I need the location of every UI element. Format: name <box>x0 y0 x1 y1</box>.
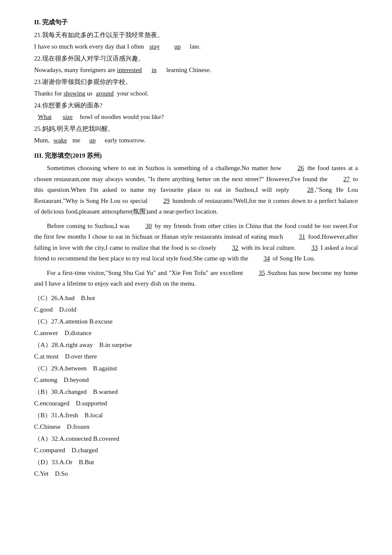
answer-27-cd: C.answer D.distance <box>34 328 358 339</box>
blank-27: 27 <box>329 174 351 185</box>
answer-31-cd: C.Chinese D.frozen <box>34 422 358 433</box>
section-2-title: II. 完成句子 <box>34 17 358 28</box>
paragraph-1: Sometimes choosing where to eat in Suzho… <box>34 163 358 217</box>
answer-30: （B）30.A.changed B.warned <box>34 387 358 398</box>
blank-28: 28 <box>293 185 314 196</box>
answer-33: （D）33.A.Or B.But <box>34 457 358 468</box>
sentence-23-en: Thanks for showing us around your school… <box>34 88 358 99</box>
answer-33-cd: C.Yet D.So <box>34 468 358 480</box>
blank-24b: size <box>57 112 78 123</box>
blank-22a: interested <box>117 65 142 76</box>
blank-34: 34 <box>250 253 271 264</box>
blank-21a: stay <box>144 41 165 52</box>
answer-30-cd: C.encouraged D.supported <box>34 398 358 409</box>
blank-35: 35 <box>245 268 266 279</box>
answer-32: （A）32.A.connected B.covered <box>34 434 358 445</box>
sentence-23-cn: 23.谢谢你带领我们参观你的学校。 <box>34 77 358 88</box>
section-2: II. 完成句子 21.我每天有如此多的工作以至于我经常熬夜。 I have s… <box>34 17 358 146</box>
sentence-21-en: I have so much work every day that I oft… <box>34 41 358 52</box>
blank-23a: showing <box>63 88 85 99</box>
answer-27: （C）27.A.attention B.excuse <box>34 316 358 327</box>
blank-22b: in <box>144 65 165 76</box>
paragraph-2: Before coming to Suzhou,I was 30 by my f… <box>34 221 358 264</box>
sentence-25-cn: 25.妈妈,明天早点把我叫醒。 <box>34 124 358 135</box>
section-3: III. 完形填空(2019 苏州) Sometimes choosing wh… <box>34 150 358 480</box>
answer-32-cd: C.compared D.charged <box>34 445 358 456</box>
answer-26-cd: C.good D.cold <box>34 304 358 315</box>
blank-25a: wake <box>49 135 71 146</box>
section-3-title: III. 完形填空(2019 苏州) <box>34 150 358 162</box>
answer-31: （B）31.A.fresh B.local <box>34 410 358 421</box>
sentence-24-en: What size bowl of noodles would you like… <box>34 112 358 123</box>
answer-29-cd: C.among D.beyond <box>34 375 358 386</box>
sentence-24-cn: 24.你想要多大碗的面条? <box>34 100 358 111</box>
paragraph-3: For a first-time visitor,"Song Shu Gui Y… <box>34 268 358 289</box>
sentence-21-cn: 21.我每天有如此多的工作以至于我经常熬夜。 <box>34 30 358 41</box>
answer-26: （C）26.A.bad B.hot <box>34 293 358 304</box>
answer-28: （A）28.A.right away B.in surprise <box>34 340 358 351</box>
blank-26: 26 <box>284 163 305 174</box>
sentence-25-en: Mum,wake me up early tomorrow. <box>34 135 358 146</box>
blank-24a: What <box>34 112 55 123</box>
sentence-22-en: Nowadays, many foreigners are interested… <box>34 65 358 76</box>
blank-23b: around <box>94 88 115 99</box>
blank-25b: up <box>82 135 103 146</box>
blank-32: 32 <box>218 243 239 254</box>
blank-29: 29 <box>150 196 171 207</box>
blank-31: 31 <box>285 231 306 243</box>
answer-29: （C）29.A.between B.against <box>34 363 358 374</box>
page-content: II. 完成句子 21.我每天有如此多的工作以至于我经常熬夜。 I have s… <box>34 17 358 480</box>
sentence-22-cn: 22.现在很多外国人对学习汉语感兴趣。 <box>34 53 358 64</box>
blank-21b: up <box>167 41 188 52</box>
blank-33: 33 <box>297 243 319 254</box>
answers: （C）26.A.bad B.hot C.good D.cold （C）27.A.… <box>34 293 358 480</box>
answer-28-cd: C.at most D.over there <box>34 351 358 362</box>
blank-30: 30 <box>132 221 153 232</box>
